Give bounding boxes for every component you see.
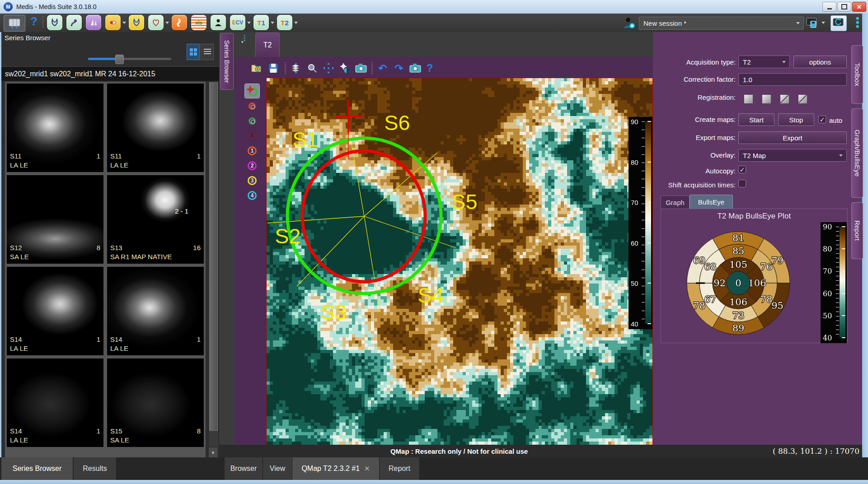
redo-button[interactable]: ↷ <box>392 61 406 75</box>
thumbnail-s14-3[interactable]: S141LA LE <box>7 358 103 447</box>
acquisition-type-select[interactable]: T2 <box>738 56 790 68</box>
side-tab-graph-bullseye[interactable]: Graph/BullsEye <box>851 108 863 198</box>
snapshot2-button[interactable] <box>408 61 422 75</box>
dropdown-caret-icon[interactable] <box>294 22 298 24</box>
app-qmass-icon[interactable] <box>47 15 62 30</box>
overlay-select[interactable]: T2 Map <box>738 149 847 162</box>
point-1-button[interactable]: 1 <box>245 144 259 158</box>
stop-button[interactable]: Stop <box>778 113 814 126</box>
epi-contour-button[interactable] <box>245 114 259 128</box>
dropdown-caret-icon[interactable] <box>821 22 825 24</box>
thumbnail-s11-1[interactable]: S111LA LE <box>7 84 103 172</box>
dropdown-caret-icon[interactable] <box>122 22 126 24</box>
zoom-button[interactable] <box>305 61 319 75</box>
tab-series-browser[interactable]: Series Browser <box>1 457 73 480</box>
t1-label-b: 1 <box>261 19 265 27</box>
pan-button[interactable] <box>322 61 335 75</box>
app-ecv-icon[interactable]: ECV <box>230 15 245 30</box>
close-button[interactable]: ✕ <box>852 2 866 12</box>
app-export-xls-icon[interactable]: xls <box>191 15 206 30</box>
point-3-button[interactable]: 3 <box>245 173 259 187</box>
undo-button[interactable]: ↶ <box>376 61 389 75</box>
tab-qmap-t2[interactable]: QMap T2 2.3.2 #1 ✕ <box>292 457 380 480</box>
side-tab-toolbox[interactable]: Toolbox <box>851 45 863 104</box>
app-t1-icon[interactable]: T1 <box>253 15 269 30</box>
mvo-tool-button[interactable] <box>245 129 259 143</box>
app-heart-icon[interactable] <box>148 15 164 30</box>
session-combobox[interactable]: New session * <box>639 17 804 30</box>
thumbnail-scrollbar[interactable]: ▼ <box>208 82 219 458</box>
thumbnail-s15[interactable]: S158SA LE <box>107 358 204 447</box>
grid-view-button[interactable] <box>187 44 200 60</box>
person-icon <box>214 18 223 27</box>
auto-checkbox[interactable]: ✓ <box>818 116 826 123</box>
scrollbar-thumb[interactable] <box>209 82 218 431</box>
segment-label-s1: S1 <box>292 127 319 151</box>
scroll-down-button[interactable]: ▼ <box>209 447 217 458</box>
thumbnail-s14-1[interactable]: S141LA LE <box>7 267 103 355</box>
tab-view[interactable]: View <box>263 457 292 480</box>
slider-handle[interactable] <box>115 55 124 64</box>
xls-label: xls <box>195 20 202 25</box>
registration-diag-button[interactable] <box>776 92 793 106</box>
app-qstrain-icon[interactable] <box>66 15 82 30</box>
export-button[interactable]: Export <box>738 131 847 144</box>
tab-browser[interactable]: Browser <box>225 457 263 480</box>
thumbnail-s11-2[interactable]: S111LA LE <box>107 84 204 172</box>
app-t2-icon[interactable]: T2 <box>277 15 292 30</box>
view-menu-icon[interactable]: ⋮▾ <box>241 36 248 44</box>
study-header[interactable]: sw202_mrid1 sw202_mrid1 MR 24 16-12-2015 <box>1 66 219 81</box>
dropdown-caret-icon[interactable] <box>247 22 251 24</box>
snapshot-button[interactable] <box>354 61 368 75</box>
tab-graph[interactable]: Graph <box>661 195 690 209</box>
correction-factor-field[interactable]: 1.0 <box>738 73 847 86</box>
dropdown-caret-icon[interactable] <box>271 22 274 24</box>
point-4-button[interactable]: 4 <box>245 188 259 202</box>
shift-acquisition-checkbox[interactable] <box>738 180 746 187</box>
series-browser-vertical-tab[interactable]: Series Browser <box>220 33 234 90</box>
t2-map-viewport[interactable]: S1 S2 S3 S4 S5 S6 908070605040 <box>266 78 653 446</box>
correction-factor-label: Correction factor: <box>654 75 736 83</box>
registration-stack-button[interactable] <box>758 92 774 106</box>
overflow-menu-icon[interactable]: ••• <box>856 16 859 28</box>
autocopy-checkbox[interactable]: ✓ <box>738 166 746 173</box>
app-physician-icon[interactable] <box>211 15 226 30</box>
view-help-button[interactable]: ? <box>425 61 435 75</box>
save-layout-button[interactable] <box>804 15 820 30</box>
thumbnail-s14-2[interactable]: S141LA LE <box>107 267 204 355</box>
help-button[interactable]: ? <box>28 14 40 28</box>
crosshair-tool-button[interactable] <box>245 84 259 98</box>
reset-layout-button[interactable] <box>830 15 847 31</box>
point-2-button[interactable]: 2 <box>245 158 259 172</box>
tab-results[interactable]: Results <box>74 457 117 480</box>
user-session-icon[interactable] <box>622 15 636 30</box>
app-qangio-icon[interactable] <box>105 15 121 30</box>
close-tab-icon[interactable]: ✕ <box>364 465 370 473</box>
app-3dview-icon[interactable] <box>86 15 101 30</box>
minimize-button[interactable] <box>822 2 836 12</box>
registration-stack-diag-button[interactable] <box>794 92 811 106</box>
tab-bullseye[interactable]: BullsEye <box>690 195 733 209</box>
start-button[interactable]: Start <box>738 113 774 126</box>
stack-button[interactable] <box>289 61 303 75</box>
save-button[interactable] <box>267 61 280 75</box>
colorbar-major-tick <box>647 242 651 243</box>
app-qmass-mr-icon[interactable] <box>129 15 144 30</box>
side-tab-report[interactable]: Report <box>851 202 863 259</box>
registration-none-button[interactable] <box>740 92 756 106</box>
tab-report[interactable]: Report <box>380 457 420 480</box>
thumbnail-size-slider[interactable] <box>88 58 171 60</box>
layout-button[interactable] <box>4 15 25 32</box>
list-view-button[interactable] <box>201 44 214 60</box>
thumbnail-s13[interactable]: 2 - 1 S1316SA R1 MAP NATIVE <box>107 175 204 264</box>
open-button[interactable] <box>249 61 263 75</box>
dropdown-caret-icon[interactable] <box>165 22 169 24</box>
thumbnail-s12[interactable]: S128SA LE <box>7 175 103 264</box>
maximize-button[interactable] <box>837 2 851 12</box>
display-settings-button[interactable] <box>338 61 352 75</box>
panel-divider[interactable] <box>219 32 235 457</box>
app-qflow-icon[interactable] <box>172 15 187 30</box>
endo-contour-button[interactable] <box>245 99 259 113</box>
view-tab-t2[interactable]: T2 <box>255 33 280 57</box>
options-button[interactable]: options <box>793 56 847 68</box>
